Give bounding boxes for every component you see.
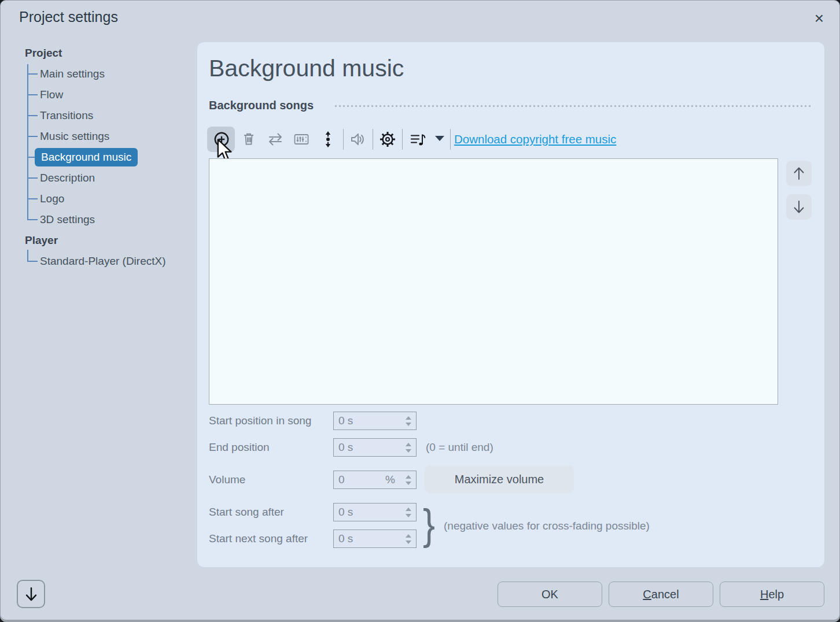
cancel-rest: ancel [651,588,679,601]
tree-line [27,177,38,179]
spinner-up-icon[interactable] [406,443,411,446]
start-next-song-after-value: 0 s [338,530,353,547]
crossfade-note: (negative values for cross-fading possib… [444,517,650,535]
spinner-down-icon[interactable] [406,514,411,517]
sidebar-item-music-settings[interactable]: Music settings [40,128,109,145]
sidebar-group-player: Player [25,232,58,249]
section-title-background-songs: Background songs [209,97,314,114]
tree-line [27,250,28,261]
spinner-buttons[interactable] [404,439,413,456]
toolbar-separator [373,129,373,150]
arrow-down-icon [22,585,40,604]
cancel-button[interactable]: Cancel [609,582,713,607]
background-music-panel: Background music Background songs [197,42,824,567]
toolbar-separator [450,129,451,150]
tree-line [27,94,38,95]
project-settings-dialog: Project settings × Project Main settings… [0,0,840,622]
cancel-mnemonic: C [643,588,651,601]
tree-line [27,198,38,199]
spinner-buttons[interactable] [404,530,413,547]
spinner-down-icon[interactable] [406,423,411,426]
start-position-value: 0 s [338,412,353,430]
sidebar-item-standard-player[interactable]: Standard-Player (DirectX) [40,253,166,270]
spinner-down-icon[interactable] [406,540,411,544]
spinner-buttons[interactable] [404,503,413,521]
mixer-icon[interactable] [292,129,311,149]
start-position-input[interactable]: 0 s [333,412,417,430]
playlist-icon[interactable] [408,129,428,149]
tree-line [27,115,38,116]
tree-line [27,64,28,220]
help-rest: elp [768,588,784,601]
crossfade-brace: } [423,503,435,546]
ok-button[interactable]: OK [498,582,602,607]
sidebar-item-flow[interactable]: Flow [40,86,63,103]
move-down-button[interactable] [786,194,812,220]
add-song-icon[interactable] [212,129,231,149]
sidebar-item-logo[interactable]: Logo [40,190,64,208]
tree-line [27,261,38,262]
volume-icon[interactable] [348,129,367,149]
toolbar-separator [402,129,403,150]
spinner-up-icon[interactable] [406,475,411,479]
screen: Project settings × Project Main settings… [0,0,840,622]
volume-input[interactable]: 0 % [333,471,417,489]
arrow-up-icon [790,165,808,182]
tree-line [27,219,38,220]
page-title: Background music [209,55,404,82]
start-song-after-label: Start song after [209,503,284,521]
playlist-dropdown-icon[interactable] [435,136,444,141]
sidebar-group-project: Project [25,45,62,62]
delete-song-icon[interactable] [239,129,259,149]
background-songs-list[interactable] [209,158,778,405]
spinner-buttons[interactable] [404,412,413,430]
start-position-label: Start position in song [209,412,311,430]
spinner-down-icon[interactable] [406,449,411,453]
arrow-down-icon [790,198,808,216]
until-end-note: (0 = until end) [426,439,493,456]
section-divider [335,105,810,107]
start-next-song-after-input[interactable]: 0 s [333,530,417,548]
sidebar-item-background-music[interactable]: Background music [35,148,138,166]
spinner-up-icon[interactable] [406,508,411,511]
sidebar-item-3d-settings[interactable]: 3D settings [40,211,95,228]
volume-label: Volume [209,471,245,488]
spinner-buttons[interactable] [404,471,413,488]
volume-unit: % [385,471,395,488]
dialog-title: Project settings [19,9,118,25]
swap-songs-icon[interactable] [266,129,285,149]
spinner-up-icon[interactable] [406,416,411,420]
help-button[interactable]: Help [720,582,824,607]
sidebar-item-transitions[interactable]: Transitions [40,107,93,124]
tree-line [27,136,38,137]
settings-gear-icon[interactable] [378,129,397,149]
stretch-fit-icon[interactable] [318,129,338,149]
start-next-song-after-label: Start next song after [209,530,308,547]
download-music-link[interactable]: Download copyright free music [454,131,616,148]
toolbar-separator [343,129,344,150]
close-icon[interactable]: × [808,8,830,29]
tree-line [27,73,38,75]
volume-value: 0 [338,471,345,488]
end-position-label: End position [209,439,270,456]
end-position-value: 0 s [338,439,353,456]
sidebar-item-description[interactable]: Description [40,169,95,187]
start-song-after-input[interactable]: 0 s [333,503,417,521]
end-position-input[interactable]: 0 s [333,438,417,457]
move-up-button[interactable] [786,161,812,186]
start-song-after-value: 0 s [338,503,353,521]
spinner-down-icon[interactable] [406,482,411,485]
collapse-dialog-button[interactable] [17,580,45,608]
sidebar-item-main-settings[interactable]: Main settings [40,65,105,83]
spinner-up-icon[interactable] [406,534,411,538]
maximize-volume-button[interactable]: Maximize volume [425,465,574,493]
help-mnemonic: H [760,588,768,601]
